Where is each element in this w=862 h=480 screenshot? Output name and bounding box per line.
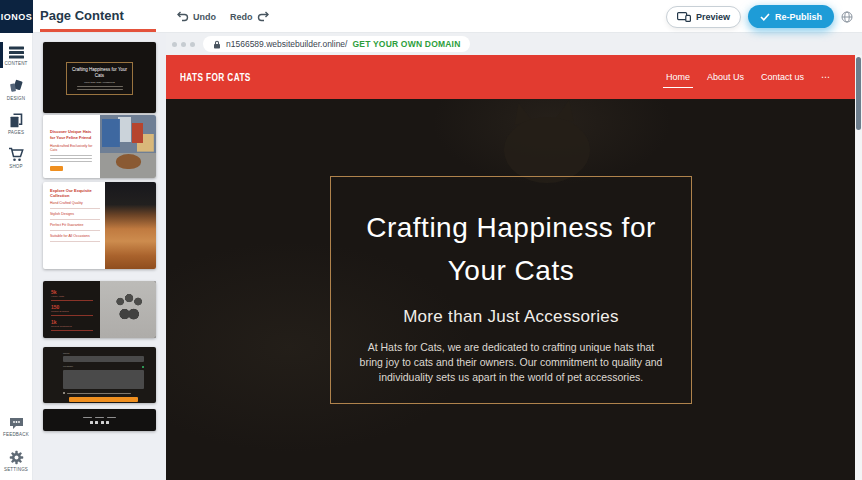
thumb-hero-heading: Crafting Happiness for Your Cats	[71, 67, 129, 79]
thumb-collection-item: Suitable for All Occasions	[50, 231, 100, 242]
thumb-form: Name Message	[63, 352, 144, 399]
thumb-feature-subheading: Handcrafted Exclusively for Cats	[50, 144, 95, 152]
nav-item-more[interactable]: ⋯	[821, 72, 830, 82]
redo-button[interactable]: Redo	[230, 11, 270, 22]
pages-icon	[9, 113, 23, 128]
page-content-panel: Crafting Happiness for Your Cats More th…	[33, 33, 166, 480]
section-thumbnail-collection[interactable]: Explore Our Exquisite Collection Hand Cr…	[43, 182, 156, 269]
preview-label: Preview	[696, 12, 730, 22]
undo-icon	[176, 11, 189, 22]
gear-icon	[9, 450, 24, 465]
republish-button[interactable]: Re-Publish	[748, 5, 834, 28]
canvas-scrollbar[interactable]	[855, 55, 862, 480]
hero-heading-line2: Your Cats	[366, 249, 656, 292]
preview-button[interactable]: Preview	[666, 6, 741, 28]
thumb-feature-image	[100, 115, 156, 178]
thumb-collection-item-label: Suitable for All Occasions	[50, 234, 100, 238]
stat-item: 5k Happy Cats	[51, 289, 100, 301]
sidebar-item-label: FEEDBACK	[3, 432, 29, 437]
thumb-collection-text: Explore Our Exquisite Collection Hand Cr…	[43, 182, 105, 269]
thumb-text-placeholder	[67, 86, 132, 90]
devices-icon	[677, 12, 691, 22]
footer-social-icons	[90, 421, 110, 424]
address-bar[interactable]: n1566589.websitebuilder.online/ GET YOUR…	[203, 36, 470, 52]
form-consent-row	[63, 392, 144, 394]
stat-item: 1k Repeat Customers	[51, 319, 100, 331]
sidebar: IONOS CONTENT DESIGN PAGES	[0, 0, 33, 480]
thumb-collection-item-label: Perfect Fit Guarantee	[50, 223, 100, 227]
redo-icon	[257, 11, 270, 22]
sidebar-item-content[interactable]: CONTENT	[0, 39, 32, 73]
stat-label: Repeat Customers	[51, 325, 100, 328]
section-thumbnail-stats[interactable]: 5k Happy Cats 150 Unique Designs 1k Repe…	[43, 281, 156, 338]
stat-label: Unique Designs	[51, 310, 100, 313]
ionos-logo: IONOS	[0, 0, 33, 33]
section-thumbnail-feature[interactable]: Discover Unique Hats for Your Feline Fri…	[43, 115, 156, 178]
thumb-feature-heading: Discover Unique Hats for Your Feline Fri…	[50, 129, 95, 140]
required-marker	[142, 366, 144, 368]
cat-silhouette	[504, 117, 590, 183]
hero-framed-box: Crafting Happiness for Your Cats More th…	[330, 176, 692, 404]
sidebar-item-label: CONTENT	[4, 61, 27, 66]
editor-canvas: n1566589.websitebuilder.online/ GET YOUR…	[166, 33, 862, 480]
check-icon	[760, 13, 770, 21]
site-brand[interactable]: HATS FOR CATS	[180, 71, 251, 84]
form-name-input	[63, 356, 144, 362]
globe-icon[interactable]	[841, 11, 853, 23]
toolbar-actions: Preview Re-Publish	[666, 0, 853, 33]
form-message-textarea	[63, 370, 144, 389]
design-icon	[9, 79, 24, 94]
thumb-cat-image	[105, 182, 156, 269]
lock-icon	[213, 40, 221, 49]
hero-heading-line1: Crafting Happiness for	[366, 206, 656, 249]
thumb-collection-item-label: Stylish Designs	[50, 212, 100, 216]
thumb-collection-heading: Explore Our Exquisite Collection	[50, 188, 100, 198]
sidebar-nav: CONTENT DESIGN PAGES	[0, 39, 32, 175]
sidebar-item-settings[interactable]: SETTINGS	[0, 444, 32, 478]
sidebar-item-design[interactable]: DESIGN	[0, 73, 32, 107]
undo-redo-group: Undo Redo	[176, 0, 270, 33]
stat-item: 150 Unique Designs	[51, 304, 100, 316]
sidebar-item-label: DESIGN	[7, 96, 25, 101]
browser-chrome-bar: n1566589.websitebuilder.online/ GET YOUR…	[166, 33, 862, 55]
social-icon	[90, 421, 93, 424]
republish-label: Re-Publish	[775, 12, 822, 22]
sidebar-item-label: SHOP	[9, 164, 23, 169]
social-icon	[101, 421, 104, 424]
hero-section[interactable]: Crafting Happiness for Your Cats More th…	[166, 99, 855, 480]
section-thumbnail-footer[interactable]	[43, 409, 156, 431]
thumb-text-placeholder	[50, 155, 95, 162]
content-icon	[9, 46, 24, 59]
nav-item-home[interactable]: Home	[666, 72, 690, 82]
undo-button[interactable]: Undo	[176, 11, 216, 22]
sidebar-item-pages[interactable]: PAGES	[0, 107, 32, 141]
window-dots	[172, 42, 195, 47]
hero-heading[interactable]: Crafting Happiness for Your Cats	[366, 206, 656, 292]
get-domain-link[interactable]: GET YOUR OWN DOMAIN	[352, 39, 460, 49]
sidebar-item-shop[interactable]: SHOP	[0, 141, 32, 175]
hero-body-text[interactable]: At Hats for Cats, we are dedicated to cr…	[355, 340, 667, 385]
site-nav: Home About Us Contact us ⋯	[666, 72, 830, 82]
thumb-feature-button	[50, 166, 63, 171]
site-viewport: HATS FOR CATS Home About Us Contact us ⋯…	[166, 55, 855, 480]
hero-subheading[interactable]: More than Just Accessories	[403, 307, 619, 327]
footer-links-placeholder	[83, 417, 116, 419]
thumb-pawprint-image	[100, 281, 156, 338]
thumb-collection-item-label: Hand Crafted Quality	[50, 201, 100, 205]
sidebar-item-feedback[interactable]: FEEDBACK	[0, 410, 32, 444]
undo-label: Undo	[193, 12, 216, 22]
stat-label: Happy Cats	[51, 295, 100, 298]
nav-item-about[interactable]: About Us	[707, 72, 744, 82]
nav-item-contact[interactable]: Contact us	[761, 72, 804, 82]
section-thumbnail-contact-form[interactable]: Name Message	[43, 347, 156, 403]
form-submit-button	[69, 397, 137, 402]
sidebar-item-label: SETTINGS	[4, 467, 28, 472]
thumb-stats-text: 5k Happy Cats 150 Unique Designs 1k Repe…	[43, 281, 100, 338]
panel-title: Page Content	[40, 8, 124, 23]
site-url: n1566589.websitebuilder.online/	[226, 39, 347, 49]
site-header: HATS FOR CATS Home About Us Contact us ⋯	[166, 55, 855, 99]
social-icon	[95, 421, 98, 424]
section-thumbnail-hero[interactable]: Crafting Happiness for Your Cats More th…	[43, 42, 156, 113]
scrollbar-thumb[interactable]	[856, 57, 861, 130]
thumb-hero-frame: Crafting Happiness for Your Cats More th…	[66, 62, 133, 95]
